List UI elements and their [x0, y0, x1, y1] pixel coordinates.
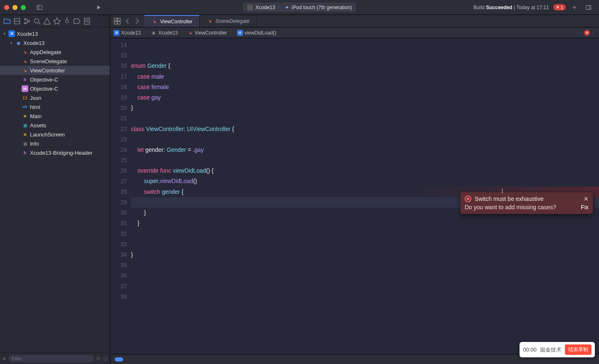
window-controls [4, 5, 26, 10]
source-control-navigator-tab[interactable] [12, 17, 22, 26]
line-gutter: 1415161718192021222324252627282930313233… [110, 38, 131, 364]
recent-filter-icon[interactable]: ◴ [97, 356, 101, 361]
minimize-window-button[interactable] [12, 5, 17, 10]
h-icon: h [22, 149, 28, 156]
build-status: Build Succeeded | Today at 17:11 ✕ 1 [473, 4, 566, 10]
file-tree-item[interactable]: ↘SceneDelegate [0, 57, 110, 66]
method-icon: M [237, 30, 243, 36]
file-tree-item[interactable]: mObjective-C [0, 84, 110, 93]
proj-icon: ⌘ [8, 30, 15, 37]
toggle-navigator-button[interactable] [34, 2, 45, 13]
svg-marker-2 [97, 5, 101, 9]
scm-filter-icon[interactable]: ▢ [103, 356, 107, 361]
test-navigator-tab[interactable] [52, 17, 62, 26]
filter-input[interactable] [8, 355, 94, 362]
svg-rect-19 [114, 18, 117, 20]
swift-icon: ↘ [206, 18, 213, 25]
svg-rect-0 [37, 5, 42, 9]
report-navigator-tab[interactable] [82, 17, 92, 26]
jump-error-icon[interactable]: ✕ [584, 30, 590, 36]
add-tab-button[interactable] [569, 2, 580, 13]
titlebar: ⌘ Xcode13 Xcode13 〉 ✦ iPod touch (7th ge… [0, 0, 599, 15]
file-tree: ▾⌘Xcode13▾▣Xcode13↘AppDelegate↘SceneDele… [0, 27, 110, 352]
text-cursor-icon: I [501, 188, 503, 195]
related-items-button[interactable] [113, 17, 122, 26]
breakpoint-navigator-tab[interactable] [72, 17, 82, 26]
svg-rect-21 [114, 21, 117, 24]
swift-icon: ↘ [22, 49, 28, 55]
nav-back-button[interactable] [123, 17, 132, 26]
library-button[interactable] [48, 2, 59, 13]
maximize-window-button[interactable] [21, 5, 26, 10]
xib-icon: ✕ [22, 113, 28, 119]
jump-bar[interactable]: ⌘ Xcode13〉 ▣ Xcode13〉 ↘ ViewController〉 … [110, 27, 599, 38]
error-icon [465, 196, 471, 202]
error-title: Switch must be exhaustive [475, 196, 544, 202]
navigator-panel: ▾⌘Xcode13▾▣Xcode13↘AppDelegate↘SceneDele… [0, 15, 110, 364]
html-icon: </> [22, 104, 28, 110]
m-icon: m [22, 85, 28, 92]
editor-area: ↘ ViewController ↘ SceneDelegate ⌘ Xcode [110, 15, 599, 364]
file-tree-item[interactable]: hXcode13-Bridging-Header [0, 148, 110, 157]
screen-recorder-overlay: 00:00 掘金技术 结束录制 [520, 342, 595, 357]
h-icon: h [22, 76, 28, 83]
file-tree-item[interactable]: ✕Main [0, 111, 110, 121]
issue-navigator-tab[interactable] [42, 17, 52, 26]
file-tree-item[interactable]: ✕LaunchScreen [0, 130, 110, 139]
code-editor[interactable]: 1415161718192021222324252627282930313233… [110, 38, 599, 364]
toggle-inspector-button[interactable] [583, 2, 594, 13]
xib-icon: ✕ [22, 131, 28, 138]
assets-icon: ▦ [22, 122, 28, 129]
folder-icon: ▣ [151, 30, 156, 36]
error-popover: Switch must be exhaustive ✕ Do you want … [460, 192, 593, 214]
error-subtitle: Do you want to add missing cases? [465, 204, 556, 210]
fix-button[interactable]: Fix [581, 204, 589, 210]
file-tree-item[interactable]: {·}Json [0, 93, 110, 102]
swift-icon: ↘ [188, 30, 193, 35]
svg-point-14 [65, 20, 68, 22]
file-tree-item[interactable]: ▦Info [0, 139, 110, 148]
file-tree-item[interactable]: ↘ViewController [0, 66, 110, 75]
svg-rect-5 [586, 5, 591, 9]
svg-rect-16 [84, 18, 90, 24]
file-tree-item[interactable]: ↘AppDelegate [0, 47, 110, 57]
swift-icon: ↘ [22, 67, 28, 74]
svg-rect-20 [118, 18, 120, 20]
nav-forward-button[interactable] [133, 17, 142, 26]
tab-viewcontroller[interactable]: ↘ ViewController [144, 15, 200, 27]
file-tree-item[interactable]: ▾▣Xcode13 [0, 38, 110, 47]
tab-scenedelegate[interactable]: ↘ SceneDelegate [200, 15, 257, 27]
file-tree-item[interactable]: ▾⌘Xcode13 [0, 29, 110, 38]
recorder-label: 掘金技术 [540, 346, 562, 354]
find-navigator-tab[interactable] [32, 17, 42, 26]
recorder-stop-button[interactable]: 结束录制 [565, 344, 592, 355]
file-tree-item[interactable]: hObjective-C [0, 75, 110, 84]
close-error-button[interactable]: ✕ [584, 196, 589, 202]
breakpoint-toggle[interactable] [115, 357, 123, 362]
navigator-selector [0, 15, 110, 27]
recorder-time: 00:00 [523, 347, 537, 353]
plist-icon: ▦ [22, 140, 28, 147]
tab-bar: ↘ ViewController ↘ SceneDelegate [110, 15, 599, 27]
project-icon: ⌘ [114, 30, 119, 36]
file-tree-item[interactable]: </>html [0, 102, 110, 111]
navigator-filter-bar: + ◴ ▢ [0, 352, 110, 364]
svg-line-13 [38, 22, 40, 24]
folder-icon: ▣ [15, 40, 22, 46]
swift-icon: ↘ [151, 18, 158, 25]
swift-icon: ↘ [22, 58, 28, 64]
debug-navigator-tab[interactable] [62, 17, 72, 26]
svg-point-11 [28, 20, 30, 22]
svg-rect-22 [118, 21, 120, 24]
scheme-selector[interactable]: Xcode13 〉 ✦ iPod touch (7th generation) [243, 2, 356, 12]
file-tree-item[interactable]: ▦Assets [0, 121, 110, 130]
symbol-navigator-tab[interactable] [22, 17, 32, 26]
close-window-button[interactable] [4, 5, 9, 10]
add-file-button[interactable]: + [2, 355, 6, 362]
error-count-badge[interactable]: ✕ 1 [553, 4, 566, 10]
json-icon: {·} [22, 94, 28, 101]
project-navigator-tab[interactable] [2, 17, 12, 26]
run-button[interactable] [93, 2, 104, 13]
